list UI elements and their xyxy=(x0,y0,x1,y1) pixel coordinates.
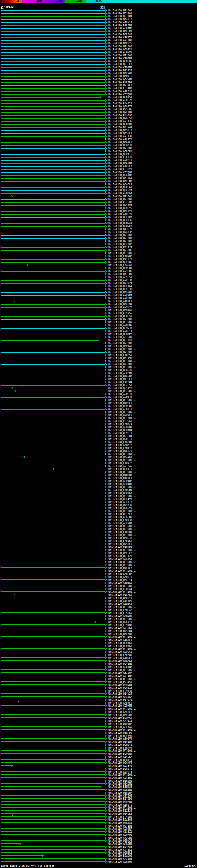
alignment-bar[interactable] xyxy=(1,826,105,826)
hit-label[interactable]: UniRef100_UP1000... xyxy=(108,198,197,201)
alignment-bar[interactable] xyxy=(1,175,105,176)
alignment-bar[interactable] xyxy=(1,637,105,637)
hit-label[interactable]: UniRef100_B0XS34 xyxy=(108,809,197,813)
hit-label[interactable]: UniRef100_B8NWK0 xyxy=(108,225,197,228)
alignment-bar[interactable] xyxy=(1,49,105,50)
alignment-bar[interactable] xyxy=(1,172,105,173)
alignment-bar[interactable] xyxy=(1,586,105,586)
alignment-bar[interactable] xyxy=(1,622,95,622)
alignment-bar[interactable] xyxy=(1,562,105,562)
alignment-bar[interactable] xyxy=(1,514,105,514)
hit-label[interactable]: UniRef100_A5DD11 xyxy=(108,576,197,579)
hit-label[interactable]: UniRef100_Q0V1N6 xyxy=(108,662,197,666)
alignment-bar[interactable] xyxy=(1,624,105,625)
hit-label[interactable]: UniRef100_P12370 xyxy=(108,258,197,261)
hit-label[interactable]: UniRef100_Q5KPD5 xyxy=(108,732,197,735)
alignment-bar[interactable] xyxy=(1,163,105,163)
alignment-bar[interactable] xyxy=(1,226,105,227)
alignment-bar[interactable] xyxy=(1,840,105,841)
alignment-bar[interactable] xyxy=(1,712,105,712)
hit-label[interactable]: UniRef100_UP1000... xyxy=(108,510,197,513)
hit-label[interactable]: UniRef100_P42424 xyxy=(108,246,197,249)
alignment-bar[interactable] xyxy=(1,828,105,829)
hit-label[interactable]: UniRef100_Q01FE0 xyxy=(108,63,197,66)
alignment-bar[interactable] xyxy=(1,130,105,130)
hit-label[interactable]: UniRef100_C1BZB0 xyxy=(108,441,197,444)
alignment-bar[interactable] xyxy=(1,816,105,817)
hit-label[interactable]: UniRef100_UP1000... xyxy=(108,636,197,639)
hit-label[interactable]: UniRef100_Q4PHC9 xyxy=(108,402,197,405)
hit-label[interactable]: UniRef100_Q4CU99 xyxy=(108,303,197,306)
hit-label[interactable]: UniRef100_UP1000... xyxy=(108,669,197,672)
hit-label[interactable]: UniRef100_B3DKG3 xyxy=(108,492,197,495)
alignment-bar[interactable] xyxy=(1,544,105,545)
alignment-bar[interactable] xyxy=(1,166,105,166)
hit-label[interactable]: UniRef100_A7TNK3 xyxy=(108,627,197,630)
hit-label[interactable]: UniRef100_A8PGG0 xyxy=(108,651,197,654)
alignment-bar[interactable] xyxy=(1,442,105,442)
hit-label[interactable]: UniRef100_B5E6M8 xyxy=(108,633,197,636)
hit-label[interactable]: UniRef100_B2AE04 xyxy=(108,818,197,822)
alignment-bar[interactable] xyxy=(1,211,105,212)
alignment-bar[interactable] xyxy=(1,337,105,338)
alignment-bar[interactable] xyxy=(1,382,105,382)
hit-label[interactable]: UniRef100_A1D8T0 xyxy=(108,804,197,807)
hit-label[interactable]: UniRef100_B9WFH8 xyxy=(108,405,197,408)
hit-label[interactable]: UniRef100_A5DTT8 xyxy=(108,408,197,411)
alignment-bar[interactable] xyxy=(1,220,105,220)
hit-label[interactable]: UniRef100_Q7RVS0 xyxy=(108,822,197,825)
alignment-bar[interactable] xyxy=(1,559,105,559)
alignment-bar[interactable] xyxy=(1,262,105,262)
hit-label[interactable]: UniRef100_Q75BW4 xyxy=(108,630,197,633)
alignment-bar[interactable] xyxy=(1,58,105,59)
alignment-bar[interactable] xyxy=(1,448,105,448)
hit-label[interactable]: UniRef100_A0DJN7 xyxy=(108,666,197,669)
alignment-bar[interactable] xyxy=(1,403,105,403)
alignment-bar[interactable] xyxy=(1,490,105,490)
hit-label[interactable]: UniRef100_C0SW30 xyxy=(108,690,197,693)
alignment-bar[interactable] xyxy=(1,777,105,778)
hit-label[interactable]: UniRef100_Q4UDE8 xyxy=(108,684,197,687)
hit-label[interactable]: UniRef100_C4JGH5 xyxy=(108,837,197,840)
hit-label[interactable]: UniRef100_UP1000... xyxy=(108,728,197,732)
alignment-bar[interactable] xyxy=(1,133,105,134)
hit-label[interactable]: UniRef100_A9P9R4 xyxy=(108,294,197,297)
hit-label[interactable]: UniRef100_Q5AC51 xyxy=(108,384,197,387)
hit-label[interactable]: UniRef100_A8N064 xyxy=(108,192,197,195)
hit-label[interactable]: UniRef100_Q59WJ0 xyxy=(108,327,197,330)
hit-label[interactable]: UniRef100_A8Q0V5 xyxy=(108,738,197,741)
alignment-bar[interactable] xyxy=(1,316,105,316)
hit-label[interactable]: UniRef100_C5DVK1 xyxy=(108,540,197,543)
alignment-bar[interactable] xyxy=(1,307,105,308)
alignment-bar[interactable] xyxy=(1,424,105,424)
alignment-bar[interactable] xyxy=(1,421,105,421)
alignment-bar[interactable] xyxy=(1,157,105,158)
alignment-bar[interactable] xyxy=(1,451,105,452)
alignment-bar[interactable] xyxy=(1,630,105,631)
alignment-bar[interactable] xyxy=(1,352,105,352)
hit-label[interactable]: UniRef100_UP1000... xyxy=(108,648,197,651)
hit-label[interactable]: UniRef100_P23453 xyxy=(108,681,197,684)
alignment-bar[interactable] xyxy=(1,142,105,143)
alignment-bar[interactable] xyxy=(1,304,105,305)
hit-label[interactable]: UniRef100_Q4QIL9 xyxy=(108,477,197,480)
hit-label[interactable]: UniRef100_Q4CJL7 xyxy=(108,567,197,570)
alignment-bar[interactable] xyxy=(1,783,105,784)
alignment-bar[interactable] xyxy=(1,565,105,565)
alignment-bar[interactable] xyxy=(1,103,105,104)
alignment-bar[interactable] xyxy=(1,475,105,475)
hit-label[interactable]: UniRef100_A5DGQ2 xyxy=(108,573,197,576)
alignment-bar[interactable] xyxy=(1,289,105,289)
alignment-bar[interactable] xyxy=(1,523,105,523)
alignment-bar[interactable] xyxy=(1,82,105,83)
hit-label[interactable]: UniRef100_A6NMY2 xyxy=(108,444,197,447)
alignment-bar[interactable] xyxy=(1,648,105,649)
hit-label[interactable]: UniRef100_Q5EB05 xyxy=(108,261,197,264)
hit-label[interactable]: UniRef100_UP1000... xyxy=(108,561,197,564)
alignment-bar[interactable] xyxy=(1,139,105,140)
alignment-bar[interactable] xyxy=(1,328,105,329)
hit-label[interactable]: UniRef100_Q4M9B6 xyxy=(108,474,197,477)
hit-label[interactable]: UniRef100_C8VJG4 xyxy=(108,795,197,798)
alignment-bar[interactable] xyxy=(1,748,105,748)
alignment-bar[interactable] xyxy=(1,259,105,259)
